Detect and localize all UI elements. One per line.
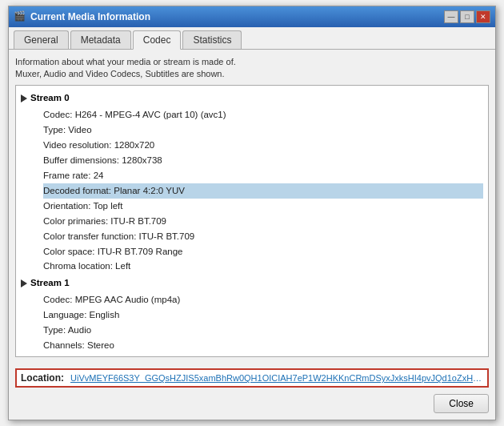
stream-1-triangle <box>21 279 27 287</box>
list-item: Type: Audio <box>43 323 483 338</box>
title-bar: 🎬 Current Media Information — □ ✕ <box>9 6 495 27</box>
stream-0-triangle <box>21 94 27 102</box>
list-item: Color space: ITU-R BT.709 Range <box>43 244 483 259</box>
location-label: Location: <box>21 372 64 384</box>
list-item: Type: Video <box>43 123 483 138</box>
location-value[interactable]: UiVvMEYF66S3Y_GGQsHZJIS5xamBhRw0QH1OICIA… <box>70 373 483 383</box>
list-item: Sample rate: 44100 Hz <box>43 353 483 358</box>
title-bar-left: 🎬 Current Media Information <box>14 10 150 23</box>
list-item: Color transfer function: ITU-R BT.709 <box>43 229 483 244</box>
stream-1-items: Codec: MPEG AAC Audio (mp4a) Language: E… <box>21 292 483 358</box>
tab-bar: General Metadata Codec Statistics <box>9 27 495 50</box>
location-row: Location: UiVvMEYF66S3Y_GGQsHZJIS5xamBhR… <box>15 368 489 388</box>
close-button[interactable]: Close <box>434 394 489 413</box>
stream-1-label: Stream 1 <box>30 275 70 290</box>
minimize-button[interactable]: — <box>444 10 458 23</box>
list-item: Codec: MPEG AAC Audio (mp4a) <box>43 292 483 307</box>
maximize-button[interactable]: □ <box>460 10 474 23</box>
stream-0-items: Codec: H264 - MPEG-4 AVC (part 10) (avc1… <box>21 107 483 275</box>
stream-1-header: Stream 1 <box>21 275 483 290</box>
content-area: Information about what your media or str… <box>9 50 495 364</box>
tab-metadata[interactable]: Metadata <box>70 30 131 49</box>
codec-info-box[interactable]: Stream 0 Codec: H264 - MPEG-4 AVC (part … <box>15 85 489 357</box>
app-icon: 🎬 <box>14 10 26 23</box>
list-item: Decoded format: Planar 4:2:0 YUV <box>43 183 483 199</box>
list-item: Chroma location: Left <box>43 259 483 274</box>
window-title: Current Media Information <box>30 11 150 22</box>
list-item: Orientation: Top left <box>43 199 483 214</box>
info-description: Information about what your media or str… <box>15 56 489 81</box>
list-item: Color primaries: ITU-R BT.709 <box>43 214 483 229</box>
list-item: Language: English <box>43 307 483 323</box>
window-close-button[interactable]: ✕ <box>476 10 490 23</box>
button-row: Close <box>15 392 489 415</box>
main-window: 🎬 Current Media Information — □ ✕ Genera… <box>8 6 496 421</box>
tab-general[interactable]: General <box>14 30 69 49</box>
stream-0-label: Stream 0 <box>30 90 70 105</box>
list-item: Codec: H264 - MPEG-4 AVC (part 10) (avc1… <box>43 107 483 123</box>
list-item: Frame rate: 24 <box>43 168 483 183</box>
bottom-section: Location: UiVvMEYF66S3Y_GGQsHZJIS5xamBhR… <box>9 364 495 420</box>
tab-statistics[interactable]: Statistics <box>182 30 242 49</box>
tab-codec[interactable]: Codec <box>133 30 182 50</box>
list-item: Channels: Stereo <box>43 338 483 353</box>
title-buttons: — □ ✕ <box>444 10 490 23</box>
list-item: Video resolution: 1280x720 <box>43 138 483 153</box>
list-item: Buffer dimensions: 1280x738 <box>43 153 483 168</box>
stream-0-header: Stream 0 <box>21 90 483 105</box>
